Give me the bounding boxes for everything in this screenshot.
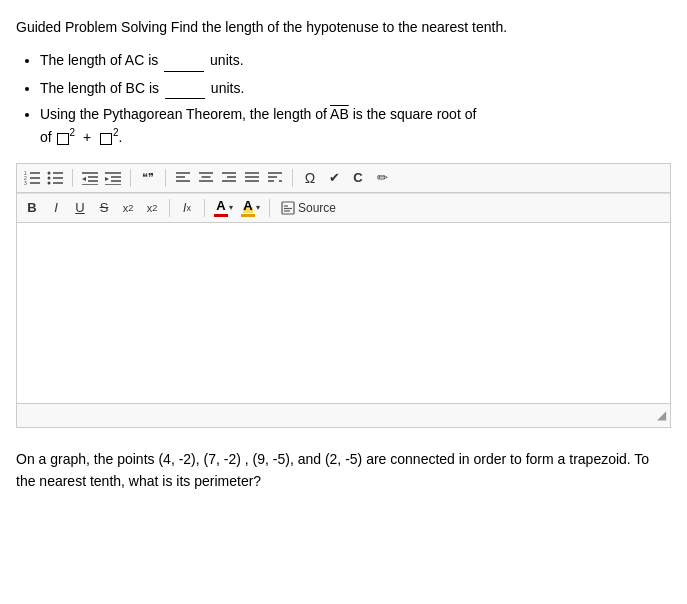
- editor-resize-handle[interactable]: ◢: [17, 403, 670, 427]
- toolbar-row2: B I U S x2 x2 Ix A ▾ A ▾: [17, 193, 670, 223]
- sep-3: [165, 169, 166, 187]
- editor-body[interactable]: [17, 223, 670, 403]
- sup-2-first: 2: [70, 128, 76, 139]
- font-color-arrow: ▾: [229, 203, 233, 212]
- bullet-1-text: The length of AC is: [40, 52, 162, 68]
- check-button[interactable]: ✔: [323, 167, 345, 189]
- strikethrough-button[interactable]: S: [93, 197, 115, 219]
- sep-5: [169, 199, 170, 217]
- sep-7: [269, 199, 270, 217]
- align-left-button[interactable]: [172, 167, 194, 189]
- bullet-3-text: Using the Pythagorean Theorem, the lengt…: [40, 106, 330, 122]
- sep-4: [292, 169, 293, 187]
- blank-bc: [165, 76, 205, 99]
- subscript-button[interactable]: x2: [117, 197, 139, 219]
- ab-overline: AB: [330, 106, 349, 122]
- sep-1: [72, 169, 73, 187]
- align-more-button[interactable]: [264, 167, 286, 189]
- align-center-button[interactable]: [195, 167, 217, 189]
- italic-button[interactable]: I: [45, 197, 67, 219]
- sep-2: [130, 169, 131, 187]
- source-label: Source: [298, 201, 336, 215]
- intro-title: Guided Problem Solving Find the length o…: [16, 19, 507, 35]
- bg-color-button[interactable]: A ▾: [238, 197, 263, 219]
- resize-icon: ◢: [657, 406, 666, 425]
- toolbar-group-indent: [79, 167, 124, 189]
- align-right-button[interactable]: [218, 167, 240, 189]
- bullet-2-text: The length of BC is: [40, 80, 163, 96]
- ordered-list-button[interactable]: 1 2 3: [21, 167, 43, 189]
- svg-point-11: [48, 181, 51, 184]
- editor-wrapper: 1 2 3: [16, 163, 671, 428]
- special-char-button[interactable]: Ω: [299, 167, 321, 189]
- blockquote-button[interactable]: ❝❞: [137, 167, 159, 189]
- bottom-question: On a graph, the points (4, -2), (7, -2) …: [16, 448, 671, 493]
- unordered-list-button[interactable]: [44, 167, 66, 189]
- toolbar-group-align: [172, 167, 286, 189]
- source-button[interactable]: Source: [276, 197, 341, 219]
- square-2: [100, 133, 112, 145]
- sep-6: [204, 199, 205, 217]
- square-1: [57, 133, 69, 145]
- font-color-button[interactable]: A ▾: [211, 197, 236, 219]
- toolbar-row1: 1 2 3: [17, 164, 670, 193]
- bullet-1-suffix: units.: [210, 52, 243, 68]
- sup-2-second: 2: [113, 128, 119, 139]
- source-icon: [281, 201, 295, 215]
- decrease-indent-button[interactable]: [79, 167, 101, 189]
- toolbar-group-list: 1 2 3: [21, 167, 66, 189]
- bold-button[interactable]: B: [21, 197, 43, 219]
- svg-point-9: [48, 171, 51, 174]
- increase-indent-button[interactable]: [102, 167, 124, 189]
- svg-point-10: [48, 176, 51, 179]
- bullet-item-3: Using the Pythagorean Theorem, the lengt…: [40, 103, 671, 148]
- bullet-list: The length of AC is units. The length of…: [40, 48, 671, 148]
- bullet-item-2: The length of BC is units.: [40, 76, 671, 99]
- svg-marker-21: [105, 177, 109, 181]
- bullet-item-1: The length of AC is units.: [40, 48, 671, 71]
- content-area: Guided Problem Solving Find the length o…: [16, 16, 671, 493]
- svg-text:3: 3: [24, 180, 27, 185]
- justify-button[interactable]: [241, 167, 263, 189]
- blank-ac: [164, 48, 204, 71]
- clear-format-button[interactable]: C: [347, 167, 369, 189]
- bg-color-arrow: ▾: [256, 203, 260, 212]
- superscript-button[interactable]: x2: [141, 197, 163, 219]
- edit-button[interactable]: ✏: [371, 167, 393, 189]
- intro-text: Guided Problem Solving Find the length o…: [16, 16, 671, 38]
- bullet-2-suffix: units.: [211, 80, 244, 96]
- clear-inline-button[interactable]: Ix: [176, 197, 198, 219]
- svg-marker-16: [82, 177, 86, 181]
- underline-button[interactable]: U: [69, 197, 91, 219]
